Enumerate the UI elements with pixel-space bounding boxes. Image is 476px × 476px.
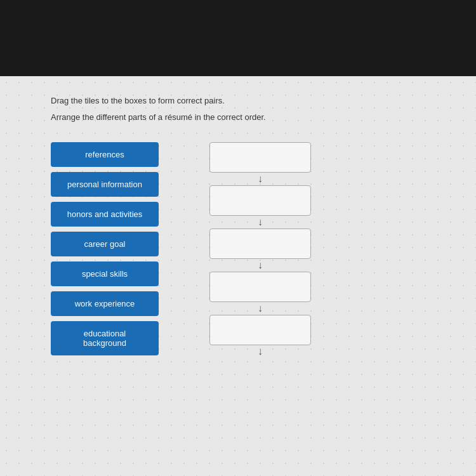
tile-personal-information[interactable]: personal information — [51, 172, 159, 197]
arrow-3: ↓ — [258, 260, 263, 270]
arrow-4: ↓ — [258, 303, 263, 314]
drop-column: ↓ ↓ ↓ ↓ ↓ — [209, 142, 311, 358]
tile-references[interactable]: references — [51, 142, 159, 167]
tiles-column: references personal information honors a… — [51, 142, 159, 355]
drop-box-4[interactable] — [209, 272, 311, 302]
drop-box-2[interactable] — [209, 185, 311, 216]
instruction-line1: Drag the tiles to the boxes to form corr… — [51, 95, 425, 107]
tile-special-skills[interactable]: special skills — [51, 261, 159, 286]
arrow-1: ↓ — [258, 174, 263, 184]
main-content: Drag the tiles to the boxes to form corr… — [0, 76, 476, 476]
arrow-5: ↓ — [258, 347, 263, 357]
tile-work-experience[interactable]: work experience — [51, 291, 159, 316]
activity-area: references personal information honors a… — [51, 142, 425, 358]
tile-honors-activities[interactable]: honors and activities — [51, 202, 159, 227]
tile-career-goal[interactable]: career goal — [51, 232, 159, 256]
drop-box-5[interactable] — [209, 315, 311, 345]
drop-box-3[interactable] — [209, 228, 311, 259]
instruction-line2: Arrange the different parts of a résumé … — [51, 112, 425, 123]
instructions: Drag the tiles to the boxes to form corr… — [51, 95, 425, 123]
drop-box-1[interactable] — [209, 142, 311, 173]
arrow-2: ↓ — [258, 217, 263, 227]
tile-educational-background[interactable]: educational background — [51, 321, 159, 355]
